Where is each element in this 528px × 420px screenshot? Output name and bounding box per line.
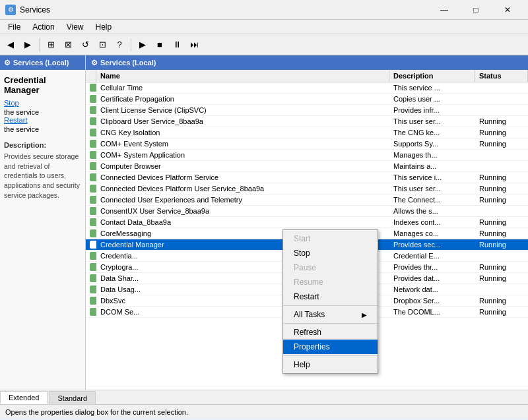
menu-action[interactable]: Action: [27, 20, 59, 34]
row-status: [475, 94, 528, 104]
row-name: Connected Devices Platform User Service_…: [96, 183, 389, 194]
context-menu-item-stop[interactable]: Stop: [283, 246, 378, 260]
row-icon: [86, 217, 96, 227]
row-icon: [86, 195, 96, 205]
row-icon: [86, 105, 96, 115]
forward-button[interactable]: ▶: [20, 37, 36, 53]
service-icon: [90, 308, 96, 316]
context-menu-item-help[interactable]: Help: [283, 357, 378, 372]
row-icon: [86, 307, 96, 317]
row-description: Provides thr...: [389, 262, 475, 272]
stop-link[interactable]: Stop: [4, 99, 81, 107]
pause-service-button[interactable]: ⏸: [169, 37, 185, 53]
row-description: Network dat...: [389, 284, 475, 295]
context-menu-item-restart[interactable]: Restart: [283, 289, 378, 304]
context-menu-separator: [283, 323, 378, 324]
row-name: Connected User Experiences and Telemetry: [96, 195, 389, 205]
table-row[interactable]: COM+ Event System Supports Sy... Running: [86, 138, 528, 150]
toolbar-separator-2: [131, 38, 131, 51]
row-name: Clipboard User Service_8baa9a: [96, 116, 389, 127]
row-description: Allows the s...: [389, 206, 475, 216]
description-section: Description: Provides secure storage and…: [0, 138, 85, 202]
close-button[interactable]: ✕: [492, 0, 523, 20]
table-row[interactable]: Client License Service (ClipSVC) Provide…: [86, 105, 528, 116]
tab-extended[interactable]: Extended: [0, 391, 48, 404]
menu-view[interactable]: View: [61, 20, 89, 34]
service-icon: [90, 106, 96, 114]
service-icon: [90, 84, 96, 92]
context-menu-item-properties[interactable]: Properties: [283, 340, 378, 354]
back-button[interactable]: ◀: [3, 37, 18, 53]
service-icon: [90, 95, 96, 103]
left-panel-header: ⚙ Services (Local): [0, 55, 85, 70]
context-menu-separator: [283, 305, 378, 306]
service-icon: [90, 274, 96, 282]
row-icon: [86, 150, 96, 160]
left-panel-title: Services (Local): [13, 59, 69, 67]
maximize-button[interactable]: □: [461, 0, 491, 20]
table-row[interactable]: Contact Data_8baa9a Indexes cont... Runn…: [86, 217, 528, 228]
right-header-icon: ⚙: [91, 59, 98, 67]
row-status: Running: [475, 172, 528, 183]
col-description[interactable]: Description: [389, 70, 475, 82]
table-row[interactable]: CNG Key Isolation The CNG ke... Running: [86, 127, 528, 138]
row-status: Running: [475, 262, 528, 272]
menu-help[interactable]: Help: [90, 20, 117, 34]
table-row[interactable]: Connected User Experiences and Telemetry…: [86, 195, 528, 206]
row-status: Running: [475, 217, 528, 227]
export-button[interactable]: ⊡: [94, 37, 110, 53]
service-icon: [90, 140, 96, 148]
show-hide-button[interactable]: ⊞: [43, 37, 59, 53]
table-row[interactable]: Certificate Propagation Copies user ...: [86, 94, 528, 105]
row-description: The CNG ke...: [389, 127, 475, 138]
col-status[interactable]: Status: [475, 70, 528, 82]
service-icon: [90, 196, 96, 204]
service-icon: [90, 263, 96, 271]
context-menu-item-all-tasks[interactable]: All Tasks▶: [283, 307, 378, 322]
menu-file[interactable]: File: [3, 20, 26, 34]
start-service-button[interactable]: ▶: [135, 37, 150, 53]
show-button[interactable]: ⊠: [60, 37, 76, 53]
service-icon: [90, 297, 96, 305]
row-icon: [86, 239, 96, 250]
row-description: Maintains a...: [389, 161, 475, 171]
tab-standard[interactable]: Standard: [49, 391, 96, 404]
restart-service-button[interactable]: ⏭: [186, 37, 202, 53]
row-description: The Connect...: [389, 195, 475, 205]
row-name: Computer Browser: [96, 161, 389, 171]
restart-link[interactable]: Restart: [4, 116, 81, 124]
title-bar-controls: — □ ✕: [429, 0, 523, 20]
row-icon: [86, 228, 96, 239]
table-row[interactable]: COM+ System Application Manages th...: [86, 150, 528, 161]
row-status: [475, 150, 528, 160]
context-menu-item-resume: Resume: [283, 275, 378, 289]
title-bar-left: ⚙ Services: [5, 5, 50, 15]
context-menu-item-refresh[interactable]: Refresh: [283, 325, 378, 340]
row-description: Supports Sy...: [389, 138, 475, 149]
col-name[interactable]: Name: [96, 70, 389, 82]
table-row[interactable]: Connected Devices Platform Service This …: [86, 172, 528, 183]
service-icon: [90, 151, 96, 159]
row-status: [475, 284, 528, 295]
minimize-button[interactable]: —: [429, 0, 459, 20]
restart-link-suffix: the service: [4, 125, 39, 133]
table-row[interactable]: Cellular Time This service ...: [86, 82, 528, 94]
row-icon: [86, 82, 96, 93]
row-description: This service i...: [389, 172, 475, 183]
context-menu-separator: [283, 355, 378, 356]
stop-service-button[interactable]: ■: [152, 37, 168, 53]
refresh-toolbar-button[interactable]: ↺: [77, 37, 93, 53]
table-row[interactable]: Computer Browser Maintains a...: [86, 161, 528, 172]
row-status: Running: [475, 127, 528, 138]
table-row[interactable]: Clipboard User Service_8baa9a This user …: [86, 116, 528, 127]
row-status: Running: [475, 195, 528, 205]
context-menu: StartStopPauseResumeRestartAll Tasks▶Ref…: [282, 229, 378, 374]
description-text: Provides secure storage and retrieval of…: [4, 152, 81, 200]
status-text: Opens the properties dialog box for the …: [5, 408, 188, 416]
help-toolbar-button[interactable]: ?: [112, 37, 127, 53]
row-status: [475, 206, 528, 216]
table-row[interactable]: ConsentUX User Service_8baa9a Allows the…: [86, 206, 528, 217]
row-description: Copies user ...: [389, 94, 475, 104]
row-status: Running: [475, 138, 528, 149]
table-row[interactable]: Connected Devices Platform User Service_…: [86, 183, 528, 195]
